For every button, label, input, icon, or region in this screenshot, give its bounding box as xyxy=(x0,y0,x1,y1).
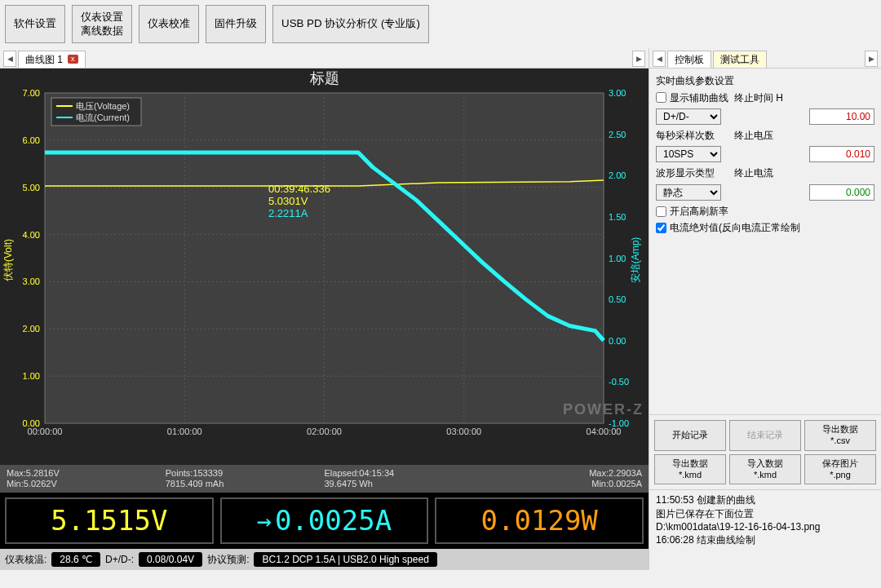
dpdn-value: 0.08/0.04V xyxy=(139,552,202,567)
log-output: 11:50:53 创建新的曲线 图片已保存在下面位置 D:\km001data\… xyxy=(649,489,881,570)
left-tabstrip: ◀ 曲线图 1 x ▶ xyxy=(0,48,649,69)
readout-voltage: 5.1515V xyxy=(5,497,214,544)
svg-text:5.0301V: 5.0301V xyxy=(268,195,308,207)
end-time-input[interactable] xyxy=(809,108,874,125)
stat-wh: 39.6475 Wh xyxy=(325,479,484,489)
svg-text:电压(Voltage): 电压(Voltage) xyxy=(76,101,130,111)
svg-text:5.00: 5.00 xyxy=(23,183,40,192)
svg-text:标题: 标题 xyxy=(309,70,339,86)
end-voltage-label: 终止电压 xyxy=(734,130,787,141)
aux-curve-select[interactable]: D+/D- xyxy=(656,108,721,125)
temp-value: 28.6 ℃ xyxy=(51,552,100,567)
svg-text:7.00: 7.00 xyxy=(23,88,40,98)
software-settings-button[interactable]: 软件设置 xyxy=(5,5,65,43)
curve-tab[interactable]: 曲线图 1 x xyxy=(18,51,86,68)
record-buttons: 开始记录 结束记录 导出数据 *.csv 导出数据 *.kmd 导入数据 *.k… xyxy=(649,414,881,489)
svg-text:2.2211A: 2.2211A xyxy=(268,207,308,219)
svg-text:伏特(Volt): 伏特(Volt) xyxy=(2,239,14,281)
protocol-value: BC1.2 DCP 1.5A | USB2.0 High speed xyxy=(254,552,436,567)
tab-scroll-left-icon[interactable]: ◀ xyxy=(3,51,16,67)
pd-analyzer-button[interactable]: USB PD 协议分析仪 (专业版) xyxy=(272,5,429,43)
dpdn-label: D+/D-: xyxy=(105,554,134,565)
svg-text:安培(Amp): 安培(Amp) xyxy=(630,237,641,284)
end-current-label: 终止电流 xyxy=(734,167,787,179)
svg-text:01:00:00: 01:00:00 xyxy=(167,427,202,436)
tab-control-panel[interactable]: 控制板 xyxy=(667,51,711,68)
svg-text:1.00: 1.00 xyxy=(609,254,626,263)
chart-area[interactable]: 0.001.002.003.004.005.006.007.00-1.00-0.… xyxy=(0,69,649,463)
stat-elapsed: Elapsed:04:15:34 xyxy=(325,468,484,479)
svg-text:3.00: 3.00 xyxy=(609,88,626,98)
end-current-input[interactable] xyxy=(809,184,874,201)
stat-min-a: Min:0.0025A xyxy=(483,479,642,489)
svg-text:02:00:00: 02:00:00 xyxy=(307,427,342,436)
settings-panel: 实时曲线参数设置 显示辅助曲线 终止时间 H D+/D- 每秒采样次数 终止电压 xyxy=(649,69,881,414)
svg-text:00:39:46.336: 00:39:46.336 xyxy=(268,183,330,195)
sps-label: 每秒采样次数 xyxy=(656,130,729,141)
save-png-button[interactable]: 保存图片 *.png xyxy=(804,454,876,485)
svg-text:1.00: 1.00 xyxy=(23,371,40,381)
stop-record-button[interactable]: 结束记录 xyxy=(729,420,801,451)
svg-text:03:00:00: 03:00:00 xyxy=(446,427,481,436)
tab-scroll-right-icon[interactable]: ▶ xyxy=(632,51,645,67)
export-kmd-button[interactable]: 导出数据 *.kmd xyxy=(654,454,726,485)
big-readout-bar: 5.1515V →0.0025A 0.0129W xyxy=(0,493,649,549)
svg-text:6.00: 6.00 xyxy=(23,135,40,145)
stat-mah: 7815.409 mAh xyxy=(166,479,325,489)
svg-text:0.00: 0.00 xyxy=(609,336,626,346)
aux-curve-checkbox[interactable]: 显示辅助曲线 xyxy=(656,92,729,104)
svg-text:-0.50: -0.50 xyxy=(609,378,629,387)
chart-stats-bar: Max:5.2816V Min:5.0262V Points:153339 78… xyxy=(0,464,649,493)
right-column: ◀ 控制板 测试工具 ▶ 实时曲线参数设置 显示辅助曲线 终止时间 H D+/D… xyxy=(649,48,881,570)
end-time-label: 终止时间 H xyxy=(734,92,787,104)
wave-type-select[interactable]: 静态 xyxy=(656,184,721,201)
svg-text:2.50: 2.50 xyxy=(609,130,626,139)
tab-test-tools[interactable]: 测试工具 xyxy=(713,51,767,68)
status-bar: 仪表核温: 28.6 ℃ D+/D-: 0.08/0.04V 协议预测: BC1… xyxy=(0,549,649,570)
svg-text:0.50: 0.50 xyxy=(609,294,626,304)
chart-svg: 0.001.002.003.004.005.006.007.00-1.00-0.… xyxy=(0,69,649,452)
tab-scroll-left-icon[interactable]: ◀ xyxy=(653,51,666,67)
current-abs-checkbox[interactable]: 电流绝对值(反向电流正常绘制 xyxy=(656,222,800,233)
svg-text:2.00: 2.00 xyxy=(609,171,626,181)
stat-points: Points:153339 xyxy=(166,468,325,479)
svg-text:00:00:00: 00:00:00 xyxy=(28,427,63,436)
high-refresh-checkbox[interactable]: 开启高刷新率 xyxy=(656,206,728,217)
svg-text:04:00:00: 04:00:00 xyxy=(587,427,622,436)
stat-max-v: Max:5.2816V xyxy=(7,468,166,479)
temp-label: 仪表核温: xyxy=(5,554,46,565)
svg-text:1.50: 1.50 xyxy=(609,212,626,222)
readout-current: →0.0025A xyxy=(220,497,429,544)
svg-text:4.00: 4.00 xyxy=(23,230,40,240)
readout-power: 0.0129W xyxy=(435,497,644,544)
stat-max-a: Max:2.2903A xyxy=(483,468,642,479)
meter-settings-button[interactable]: 仪表设置 离线数据 xyxy=(72,5,132,43)
svg-text:3.00: 3.00 xyxy=(23,277,40,287)
sps-select[interactable]: 10SPS xyxy=(656,146,721,162)
svg-text:2.00: 2.00 xyxy=(23,325,40,334)
right-tabstrip: ◀ 控制板 测试工具 ▶ xyxy=(649,48,881,69)
main-area: ◀ 曲线图 1 x ▶ 0.001.002.003.004.005.006.00… xyxy=(0,48,881,570)
watermark-text: POWER-Z xyxy=(563,401,644,419)
import-kmd-button[interactable]: 导入数据 *.kmd xyxy=(729,454,801,485)
stat-min-v: Min:5.0262V xyxy=(7,479,166,489)
wave-type-label: 波形显示类型 xyxy=(656,167,729,179)
current-direction-icon: → xyxy=(257,506,272,536)
close-icon[interactable]: x xyxy=(68,55,78,64)
top-toolbar: 软件设置 仪表设置 离线数据 仪表校准 固件升级 USB PD 协议分析仪 (专… xyxy=(0,0,881,48)
left-column: ◀ 曲线图 1 x ▶ 0.001.002.003.004.005.006.00… xyxy=(0,48,649,570)
svg-text:电流(Current): 电流(Current) xyxy=(76,113,130,122)
settings-title: 实时曲线参数设置 xyxy=(656,75,874,86)
end-voltage-input[interactable] xyxy=(809,146,874,162)
export-csv-button[interactable]: 导出数据 *.csv xyxy=(804,420,876,451)
start-record-button[interactable]: 开始记录 xyxy=(654,420,726,451)
firmware-upgrade-button[interactable]: 固件升级 xyxy=(206,5,266,43)
meter-calibration-button[interactable]: 仪表校准 xyxy=(139,5,199,43)
curve-tab-label: 曲线图 1 xyxy=(25,54,63,65)
tab-scroll-right-icon[interactable]: ▶ xyxy=(865,51,878,67)
protocol-label: 协议预测: xyxy=(207,554,249,565)
